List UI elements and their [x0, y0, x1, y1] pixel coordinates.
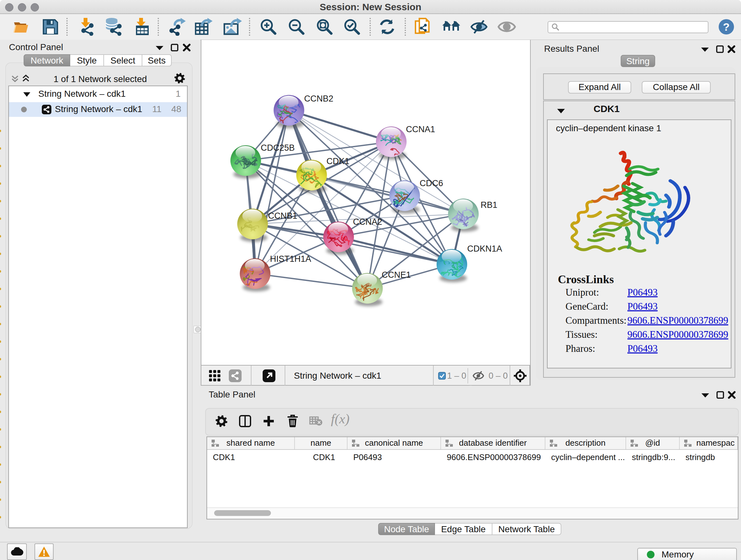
svg-text:CDC6: CDC6 [420, 179, 443, 188]
svg-text:HIST1H1A: HIST1H1A [270, 254, 311, 264]
svg-text:?: ? [723, 21, 730, 33]
svg-text:CDKN1A: CDKN1A [467, 244, 502, 253]
svg-text:CDK1: CDK1 [327, 157, 349, 166]
svg-text:CCNE1: CCNE1 [382, 270, 411, 280]
svg-text:RB1: RB1 [481, 200, 497, 210]
svg-text:CCNA2: CCNA2 [353, 217, 382, 227]
svg-text:CCNA1: CCNA1 [406, 125, 435, 134]
svg-text:CDC25B: CDC25B [261, 143, 295, 152]
svg-text:CCNB1: CCNB1 [268, 211, 297, 221]
svg-text:CCNB2: CCNB2 [304, 94, 333, 104]
